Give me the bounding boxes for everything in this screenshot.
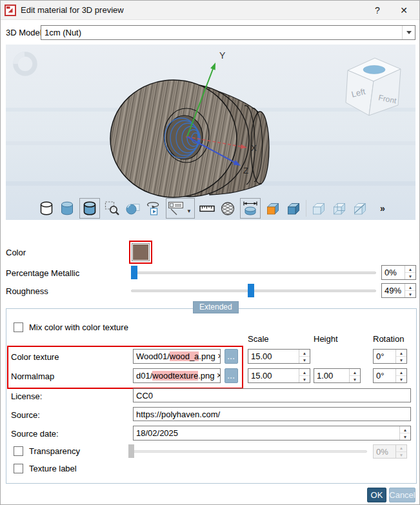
cube-solid-icon[interactable] [285,200,302,217]
normalmap-field[interactable]: d01/woodtexture.png ✕ [133,368,221,383]
transparency-slider-handle [128,444,134,458]
normalmap-scale-spinbox[interactable]: 15.00 [248,368,310,383]
axis-y-label: Y [219,50,226,61]
color-texture-browse-button[interactable]: ... [225,349,238,364]
cube-inner-edges-icon[interactable] [331,200,348,217]
spin-up-icon[interactable] [299,369,310,375]
metallic-slider-track[interactable] [131,272,376,274]
roughness-slider-handle[interactable] [248,284,254,297]
viewport-scene: Y X Z Left Front [6,45,415,220]
color-texture-rotation-spinbox[interactable]: 0° [373,349,407,364]
cancel-button[interactable]: Cancel [389,488,415,502]
color-swatch[interactable] [129,241,152,264]
measure-model-icon [242,200,259,217]
model-select-value: 1cm (Nut) [41,28,402,37]
cylinder-solid-outlined-button[interactable] [79,198,100,219]
mesh-view-icon[interactable] [219,200,236,217]
cylinder-solid-outlined-icon [81,200,98,217]
license-input[interactable] [133,388,411,402]
spin-buttons [349,369,360,382]
cube-transparent-icon[interactable] [310,200,327,217]
rotation-value: 0° [374,350,395,363]
rotation-value: 0° [374,369,395,382]
spin-down-icon[interactable] [405,272,415,279]
color-texture-clear-button[interactable]: ✕ [215,352,221,361]
viewport-toolbar: ▼ [38,197,385,219]
transparency-label[interactable]: Transparency [29,446,80,456]
spin-up-icon[interactable] [400,426,410,433]
axis-z-label: Z [243,166,248,175]
spin-down-icon [396,451,406,459]
metallic-slider[interactable] [131,266,376,280]
cylinder-solid-icon[interactable] [59,200,75,217]
turntable-icon[interactable] [145,200,162,217]
edit-material-dialog: Edit material for 3D preview ? ✕ 3D Mode… [0,0,420,505]
texture-label-label[interactable]: Texture label [29,464,77,473]
cylinder-wireframe-icon[interactable] [38,200,55,217]
color-texture-text-match: wood_a [170,352,199,361]
source-input[interactable] [133,407,411,421]
spin-down-icon[interactable] [299,375,310,382]
spin-down-icon[interactable] [396,375,406,382]
spin-down-icon[interactable] [400,433,410,440]
zoom-region-icon[interactable] [104,200,121,217]
spin-buttons [299,350,310,363]
spin-down-icon[interactable] [405,290,415,297]
source-date-spinbox[interactable]: 18/02/2025 [133,426,411,441]
spin-up-icon[interactable] [405,266,415,272]
metallic-slider-handle[interactable] [131,266,137,279]
model-select-label: 3D Model [6,28,42,37]
measure-model-button[interactable] [240,198,261,219]
dimension-tool-button[interactable]: ▼ [166,198,195,219]
mix-color-checkbox[interactable] [14,322,23,332]
transparency-view-icon[interactable] [125,200,141,217]
normalmap-text-suffix: .png [198,371,214,381]
metallic-spinbox[interactable]: 0% [381,265,416,280]
roughness-spinbox[interactable]: 49% [381,283,416,298]
color-swatch-frame [132,243,150,261]
color-texture-label: Color texture [11,352,59,362]
model-select-dropdown-button[interactable] [402,26,415,39]
nav-cube-top-circle[interactable] [363,66,385,74]
roughness-label: Roughness [6,286,48,296]
normalmap-height-spinbox[interactable]: 1.00 [314,368,361,383]
normalmap-rotation-spinbox[interactable]: 0° [373,368,407,383]
color-swatch-fill [133,244,148,260]
close-button[interactable]: ✕ [392,1,415,20]
normalmap-clear-button[interactable]: ✕ [214,371,221,380]
spin-up-icon[interactable] [396,350,406,356]
transparency-slider-track [128,450,367,453]
toolbar-more-button[interactable]: » [380,203,385,213]
dimension-annotation-icon [168,200,185,217]
transparency-spinbox: 0% [373,444,407,459]
window-title: Edit material for 3D preview [21,5,124,15]
model-select[interactable]: 1cm (Nut) [41,25,415,40]
section-cut-icon[interactable] [265,200,281,217]
spin-up-icon[interactable] [350,369,360,375]
cube-diagonal-icon[interactable] [352,200,368,217]
color-texture-field[interactable]: Wood01/wood_a.png ✕ [133,349,221,364]
spin-down-icon[interactable] [396,356,406,363]
spin-up-icon[interactable] [396,369,406,375]
viewport-3d[interactable]: Y X Z Left Front [6,45,415,220]
column-height-header: Height [314,334,338,344]
color-texture-scale-spinbox[interactable]: 15.00 [248,349,310,364]
transparency-value: 0% [374,445,395,458]
scale-value: 15.00 [248,350,299,363]
dimension-dropdown-icon[interactable]: ▼ [186,208,192,214]
mix-color-label[interactable]: Mix color with color texture [29,322,128,332]
texture-label-checkbox[interactable] [14,464,23,473]
transparency-checkbox[interactable] [14,446,23,456]
spin-up-icon[interactable] [405,284,415,290]
ok-button[interactable]: OK [367,488,386,502]
ruler-icon[interactable] [199,200,215,217]
spin-up-icon[interactable] [299,350,310,356]
roughness-slider[interactable] [131,284,376,298]
spin-down-icon[interactable] [299,356,310,363]
spin-down-icon[interactable] [350,375,360,382]
normalmap-text-prefix: d01/ [136,371,152,381]
height-value: 1.00 [314,369,349,382]
help-button[interactable]: ? [366,1,388,20]
normalmap-browse-button[interactable]: ... [225,368,238,383]
transparency-slider [128,444,367,459]
